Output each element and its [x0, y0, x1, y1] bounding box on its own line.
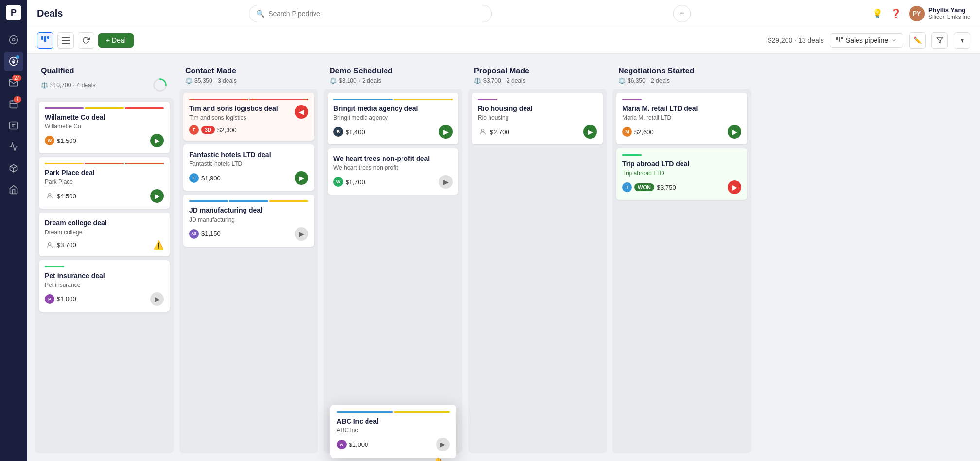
card-person-weheartrees: W $1,700 — [333, 177, 365, 187]
sidebar-logo[interactable]: P — [6, 5, 21, 20]
action-btn-willamette[interactable]: ▶ — [150, 134, 164, 147]
card-person-abcinc: A $1,000 — [337, 440, 368, 449]
column-amount-negotiations: $6,350 — [628, 77, 646, 84]
action-btn-petinsurance[interactable]: ▶ — [150, 292, 164, 306]
avatar-fantastichotels: F — [189, 173, 199, 183]
user-name: Phyllis Yang — [928, 6, 970, 14]
column-cards-proposal-made: Rio housing deal Rio housing $2,700 ▶ — [468, 89, 607, 453]
card-fantastichotels: Fantastic hotels LTD deal Fantastic hote… — [183, 144, 314, 191]
column-meta-proposal-made: ⚖️ $3,700 · 2 deals — [474, 77, 601, 84]
action-btn-left-timandsons[interactable]: ◀ — [295, 105, 308, 119]
card-footer-dreamcollege: $3,700 ⚠️ — [45, 240, 164, 250]
toolbar-right: $29,200 · 13 deals Sales pipeline ✏️ ▾ — [768, 32, 970, 49]
bar-yellow — [269, 200, 308, 202]
card-willamette: Willamette Co deal Willamette Co W $1,50… — [39, 102, 170, 153]
ideas-icon[interactable]: 💡 — [872, 8, 883, 19]
svg-rect-9 — [47, 36, 49, 39]
sidebar-item-activity[interactable] — [4, 30, 23, 50]
svg-point-19 — [48, 194, 51, 196]
column-cards-demo-scheduled: Bringit media agency deal Bringit media … — [324, 89, 462, 453]
sidebar-item-deals[interactable] — [4, 52, 23, 71]
action-btn-jdmanufacturing[interactable]: ▶ — [295, 227, 308, 241]
action-btn-parkplace[interactable]: ▶ — [150, 189, 164, 203]
search-bar[interactable]: 🔍 — [249, 5, 492, 22]
card-amount-jdmanufacturing: $1,150 — [201, 230, 221, 237]
view-list-button[interactable] — [57, 32, 74, 49]
card-title-parkplace: Park Place deal — [45, 168, 164, 177]
action-btn-mariam[interactable]: ▶ — [728, 125, 741, 139]
card-amount-parkplace: $4,500 — [57, 193, 76, 200]
search-input[interactable] — [268, 10, 485, 18]
column-qualified: Qualified ⚖️ $10,700 · 4 deals — [35, 62, 174, 453]
column-cards-contact-made: Tim and sons logistics deal Tim and sons… — [179, 89, 318, 453]
column-header-contact-made: Contact Made ⚖️ $5,350 · 3 deals — [179, 62, 318, 89]
column-title-proposal-made: Proposal Made — [474, 67, 601, 75]
edit-pipeline-button[interactable]: ✏️ — [909, 32, 926, 49]
action-btn-tripabroad[interactable]: ▶ — [728, 180, 741, 194]
card-footer-weheartrees: W $1,700 ▶ — [333, 175, 453, 189]
card-footer-petinsurance: P $1,000 ▶ — [45, 292, 164, 306]
svg-rect-7 — [41, 36, 43, 40]
help-icon[interactable]: ❓ — [891, 8, 901, 19]
person-icon-parkplace — [45, 191, 54, 201]
bar-purple — [622, 99, 642, 100]
card-footer-bringitmedia: B $1,400 ▶ — [333, 125, 453, 139]
card-amount-petinsurance: $1,000 — [57, 295, 76, 302]
pipeline-selector[interactable]: Sales pipeline — [830, 33, 903, 48]
card-title-mariam: Maria M. retail LTD deal — [622, 104, 741, 113]
sidebar-item-calendar[interactable]: 1 — [4, 94, 23, 114]
sidebar-item-marketplace[interactable] — [4, 180, 23, 199]
action-btn-weheartrees[interactable]: ▶ — [439, 175, 453, 189]
bar-red — [125, 107, 164, 109]
card-title-fantastichotels: Fantastic hotels LTD deal — [189, 150, 308, 159]
action-btn-abcinc[interactable]: ▶ — [436, 438, 450, 451]
svg-rect-8 — [44, 36, 46, 42]
chevron-down-icon — [891, 37, 897, 43]
add-button[interactable]: + — [673, 5, 691, 22]
bar-blue — [189, 200, 228, 202]
progress-ring-qualified — [152, 77, 168, 93]
avatar-jdmanufacturing: AS — [189, 229, 199, 239]
bar-red2 — [125, 163, 164, 164]
action-btn-fantastichotels[interactable]: ▶ — [295, 171, 308, 185]
column-amount-demo-scheduled: $3,100 — [339, 77, 357, 84]
sidebar-item-analytics[interactable] — [4, 137, 23, 157]
column-demo-scheduled: Demo Scheduled ⚖️ $3,100 · 2 deals Bring… — [324, 62, 462, 453]
sidebar-item-products[interactable] — [4, 159, 23, 178]
avatar-mariam: M — [622, 127, 632, 137]
bar-purple — [45, 107, 84, 109]
calendar-badge: 1 — [14, 96, 21, 103]
bar-yellow — [394, 411, 450, 413]
column-count-contact-made: 3 deals — [218, 77, 237, 84]
card-org-mariam: Maria M. retail LTD — [622, 114, 741, 121]
sidebar-item-mail[interactable]: 27 — [4, 73, 23, 92]
card-person-bringitmedia: B $1,400 — [333, 127, 365, 137]
bar-blue — [337, 411, 393, 413]
user-info[interactable]: PY Phyllis Yang Silicon Links Inc — [909, 6, 970, 21]
view-refresh-button[interactable] — [78, 32, 94, 49]
toolbar: + Deal $29,200 · 13 deals Sales pipeline… — [27, 27, 980, 54]
avatar-abcinc: A — [337, 440, 347, 449]
balance-icon: ⚖️ — [474, 77, 481, 84]
card-amount-willamette: $1,500 — [57, 137, 76, 144]
more-options-button[interactable]: ▾ — [954, 32, 970, 49]
card-color-bar — [45, 107, 164, 109]
add-deal-button[interactable]: + Deal — [98, 33, 134, 48]
floating-card-abcinc[interactable]: ABC Inc deal ABC Inc A $1,000 ▶ 🤚 — [330, 405, 456, 458]
card-title-tripabroad: Trip abroad LTD deal — [622, 160, 741, 168]
card-title-timandsons: Tim and sons logistics deal — [189, 104, 278, 113]
overdue-badge-timandsons: 3D — [201, 126, 215, 134]
column-title-contact-made: Contact Made — [185, 67, 312, 75]
filter-button[interactable] — [931, 32, 948, 49]
avatar-bringitmedia: B — [333, 127, 343, 137]
bar-red — [85, 163, 123, 164]
sidebar-item-contacts[interactable] — [4, 116, 23, 135]
action-btn-bringitmedia[interactable]: ▶ — [439, 125, 453, 139]
column-header-proposal-made: Proposal Made ⚖️ $3,700 · 2 deals — [468, 62, 607, 89]
column-amount-qualified: $10,700 — [50, 82, 71, 89]
column-cards-qualified: Willamette Co deal Willamette Co W $1,50… — [35, 98, 174, 453]
column-count-qualified: 4 deals — [77, 82, 96, 89]
column-negotiations: Negotiations Started ⚖️ $6,350 · 2 deals… — [612, 62, 751, 453]
action-btn-riohousing[interactable]: ▶ — [583, 125, 597, 139]
view-kanban-button[interactable] — [37, 32, 53, 49]
